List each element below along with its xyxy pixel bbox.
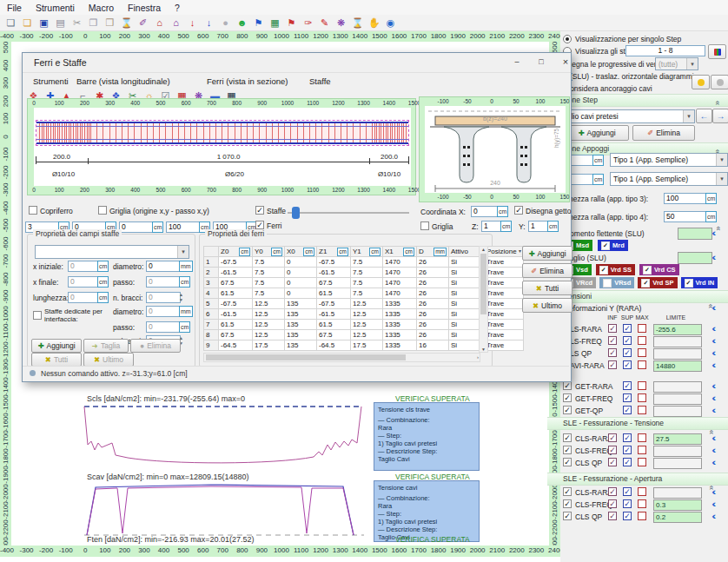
cell[interactable]: 26 (417, 299, 449, 309)
limit-checkbox[interactable] (638, 336, 646, 345)
table-row[interactable]: 761.512.513561.512.5133526SiTrave (204, 320, 524, 330)
lunghezza-input[interactable]: 0 (68, 292, 99, 303)
scroll-thumb[interactable] (480, 254, 486, 314)
cell[interactable]: Trave (485, 278, 524, 288)
spinner-icon[interactable]: ▲▼ (179, 292, 183, 302)
cell[interactable]: -64.5 (219, 341, 253, 351)
limit-checkbox[interactable]: ✓ (608, 360, 617, 369)
limit-checkbox[interactable] (638, 393, 646, 402)
menu-file[interactable]: File (0, 3, 29, 13)
staffe-ultimo-button[interactable]: ✖Ultimo (83, 353, 134, 367)
cell[interactable]: -67.5 (219, 299, 253, 309)
collapse-icon[interactable]: « (711, 97, 723, 105)
cell[interactable]: 7.5 (351, 268, 383, 278)
cell[interactable]: 135 (285, 299, 317, 309)
ralla4-input[interactable]: 50 (664, 211, 707, 222)
row-number[interactable]: 2 (204, 268, 219, 278)
disegna-getto-checkbox[interactable]: ✓ (514, 206, 523, 215)
taglio-prev-icon[interactable]: ‹ (711, 252, 717, 263)
limit-checkbox[interactable]: ✓ (623, 360, 632, 369)
step-select[interactable]: Taglio cavi pretesi▾ (556, 109, 695, 123)
section-view[interactable]: -100-50050100150 (419, 96, 570, 202)
enable-checkbox[interactable]: ✓ (563, 487, 572, 496)
prev-icon[interactable]: ‹ (711, 445, 717, 456)
limit-checkbox[interactable]: ✓ (608, 487, 617, 496)
cell[interactable]: 12.5 (351, 299, 383, 309)
cell[interactable]: 12.5 (253, 299, 285, 309)
ferri-checkbox[interactable]: ✓ (255, 221, 264, 229)
save-icon[interactable]: ▣ (36, 17, 51, 30)
sectionview-canvas[interactable]: b(z)=240 h(y)=75 240 (425, 106, 566, 193)
board-icon[interactable]: ▦ (268, 17, 282, 30)
cell[interactable]: 1470 (383, 268, 417, 278)
ferri-table[interactable]: Z0cmY0cmX0cmZ1cmY1cmX1cmDmmAttivo▾Posizi… (203, 246, 524, 351)
column-header[interactable]: Y0cm (253, 247, 285, 257)
wand-icon[interactable]: ✐ (136, 17, 150, 30)
table-row[interactable]: 1-67.57.50-67.57.5147026SiTrave (204, 257, 524, 268)
cell[interactable]: 12.5 (253, 320, 285, 330)
cell[interactable]: Trave (485, 299, 524, 309)
maximize-button[interactable]: □ (532, 56, 551, 69)
enable-checkbox[interactable]: ✓ (563, 446, 572, 454)
row-number[interactable]: 7 (204, 320, 219, 330)
column-header[interactable]: X0cm (285, 247, 317, 257)
chip-vrd-sp[interactable]: ✓Vrd SP (638, 277, 677, 288)
cell[interactable]: Trave (485, 341, 524, 351)
limit-value-input[interactable]: 0.3 (653, 499, 702, 511)
dialog-menu-ferri[interactable]: Ferri (vista in sezione) (207, 76, 288, 86)
cell[interactable]: 135 (285, 309, 317, 320)
limit-checkbox[interactable]: ✓ (623, 406, 632, 414)
limit-checkbox[interactable] (638, 360, 646, 369)
limit-value-input[interactable] (653, 446, 702, 457)
limit-checkbox[interactable] (638, 406, 646, 414)
limit-checkbox[interactable]: ✓ (608, 458, 617, 466)
cell[interactable]: 135 (285, 320, 317, 330)
limit-checkbox[interactable] (638, 499, 646, 508)
row-number[interactable]: 8 (204, 330, 219, 341)
limit-checkbox[interactable]: ✓ (608, 446, 617, 454)
y-input[interactable]: 1 (528, 221, 549, 232)
sphere-icon[interactable]: ● (218, 17, 233, 30)
cell[interactable]: 67.5 (317, 278, 351, 288)
cell[interactable]: 26 (417, 309, 449, 320)
cell[interactable]: 1470 (383, 288, 417, 299)
enable-checkbox[interactable]: ✓ (563, 381, 572, 390)
cell[interactable]: -67.5 (317, 257, 351, 268)
dialog-menu-barre[interactable]: Barre (vista longitudinale) (76, 76, 170, 86)
limit-checkbox[interactable]: ✓ (608, 324, 617, 333)
dialog-menu-strumenti[interactable]: Strumenti (33, 76, 69, 86)
staffe-taglia-button[interactable]: ➜Taglia (83, 339, 129, 353)
limit-checkbox[interactable] (638, 487, 646, 496)
limit-checkbox[interactable] (638, 381, 646, 390)
prev-icon[interactable]: ‹ (711, 393, 717, 404)
prev-icon[interactable]: ‹ (711, 433, 717, 444)
limit-value-input[interactable]: 14880 (653, 360, 702, 372)
menu-strumenti[interactable]: Strumenti (29, 3, 82, 13)
limit-checkbox[interactable]: ✓ (623, 393, 632, 402)
cell[interactable]: 7.5 (253, 288, 285, 299)
cell[interactable]: 17.5 (253, 341, 285, 351)
staffe-field-select[interactable]: ▾ (35, 245, 189, 259)
limit-checkbox[interactable]: ✓ (623, 499, 632, 508)
scroll-thumb[interactable] (206, 354, 406, 360)
limit-value-input[interactable] (653, 458, 702, 469)
limit-value-input[interactable] (653, 348, 702, 360)
cell[interactable]: 67.5 (219, 330, 253, 341)
step-next-button[interactable]: → (712, 109, 728, 123)
limit-checkbox[interactable] (638, 324, 646, 333)
vertical-scrollbar[interactable]: ▲ ▼ (479, 246, 488, 353)
limit-checkbox[interactable]: ✓ (623, 381, 632, 390)
enable-checkbox[interactable]: ✓ (563, 499, 572, 508)
ferri-elimina-button[interactable]: ✐Elimina (522, 263, 572, 278)
section-header[interactable]: Tensioni« (547, 290, 728, 303)
minimize-button[interactable]: – (507, 56, 526, 69)
cell[interactable]: 12.5 (253, 330, 285, 341)
longview-canvas[interactable]: 200.0 1 070.0 200.0 Ø10/10 Ø6/20 Ø10/10 (34, 108, 411, 186)
limit-checkbox[interactable]: ✓ (608, 512, 617, 520)
enable-checkbox[interactable]: ✓ (563, 393, 572, 402)
limit-checkbox[interactable] (638, 446, 646, 454)
limit-value-input[interactable] (653, 393, 702, 405)
cell[interactable]: 67.5 (219, 278, 253, 288)
row-number[interactable]: 4 (204, 288, 219, 299)
cell[interactable]: -61.5 (219, 309, 253, 320)
